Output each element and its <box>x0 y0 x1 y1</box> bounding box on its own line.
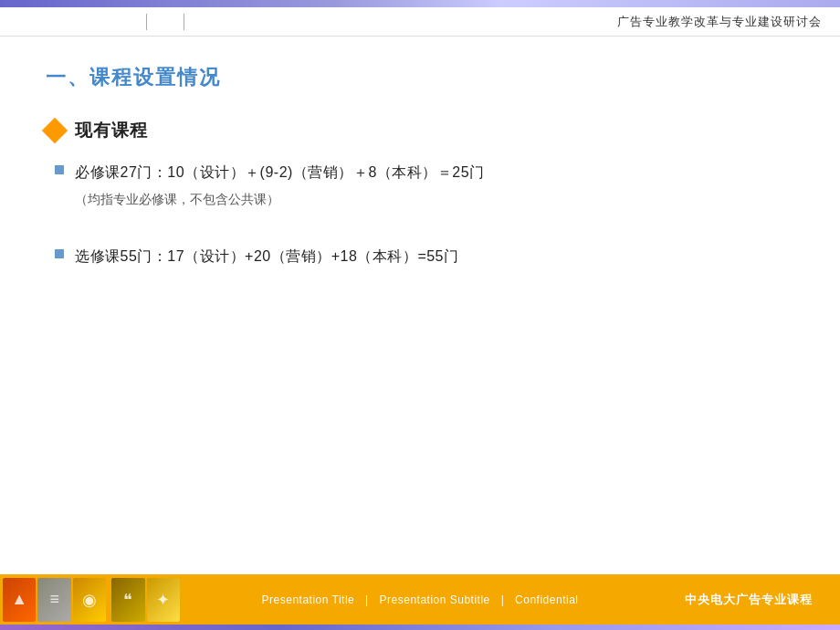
footer-image-3: ◉ <box>73 578 106 622</box>
footer-image-4: ❝ <box>111 578 144 622</box>
header-line-1 <box>146 14 147 30</box>
footer-image-5: ✦ <box>147 578 180 622</box>
list-item-text-1: 必修课27门：10（设计）＋(9-2)（营销）＋8（本科）＝25门 <box>75 161 485 184</box>
footer-img-icon-2: ≡ <box>49 590 59 609</box>
square-bullet-icon <box>55 249 64 258</box>
footer-img-icon-1: ▲ <box>11 590 27 609</box>
list-item-subtext-1: （均指专业必修课，不包含公共课） <box>75 192 794 208</box>
header-title: 广告专业教学改革与专业建设研讨会 <box>617 14 822 30</box>
footer-img-icon-4: ❝ <box>123 590 132 610</box>
footer-right-text: 中央电大广告专业课程 <box>685 592 813 608</box>
list-item: 选修课55门：17（设计）+20（营销）+18（本科）=55门 <box>55 245 794 268</box>
header-decorative-lines <box>0 7 504 37</box>
header: 广告专业教学改革与专业建设研讨会 <box>0 7 840 37</box>
footer-image-1: ▲ <box>3 578 36 622</box>
bullet-header: 现有课程 <box>46 119 794 142</box>
section-title: 一、课程设置情况 <box>46 64 794 91</box>
list-section: 必修课27门：10（设计）＋(9-2)（营销）＋8（本科）＝25门 （均指专业必… <box>55 161 794 268</box>
footer-img-icon-5: ✦ <box>156 590 170 610</box>
footer-image-2: ≡ <box>37 578 70 622</box>
footer-text-area: Presentation Title | Presentation Subtit… <box>183 574 657 625</box>
footer-text: Presentation Title | Presentation Subtit… <box>258 593 583 606</box>
footer-separator-2: | <box>501 593 508 606</box>
square-bullet-icon <box>55 165 64 174</box>
footer-right: 中央电大广告专业课程 <box>657 574 840 625</box>
bottom-decorative-bar <box>0 625 840 630</box>
footer-images: ▲ ≡ ◉ ❝ ✦ <box>0 574 183 625</box>
bullet-header-text: 现有课程 <box>75 119 148 142</box>
confidential-label: Confidential <box>515 593 578 606</box>
list-item: 必修课27门：10（设计）＋(9-2)（营销）＋8（本科）＝25门 <box>55 161 794 184</box>
presentation-subtitle-label: Presentation Subtitle <box>380 593 490 606</box>
footer: ▲ ≡ ◉ ❝ ✦ Presentation Title | Presentat… <box>0 574 840 625</box>
slide-container: 广告专业教学改革与专业建设研讨会 一、课程设置情况 现有课程 必修课27门：10… <box>0 0 840 630</box>
item-gap <box>55 226 794 245</box>
list-item-text-2: 选修课55门：17（设计）+20（营销）+18（本科）=55门 <box>75 245 459 268</box>
diamond-icon <box>42 118 68 143</box>
header-line-2 <box>184 14 184 30</box>
footer-img-icon-3: ◉ <box>82 590 97 610</box>
presentation-title-label: Presentation Title <box>262 593 355 606</box>
main-content: 一、课程设置情况 现有课程 必修课27门：10（设计）＋(9-2)（营销）＋8（… <box>0 37 840 574</box>
top-decorative-bar <box>0 0 840 7</box>
footer-separator-1: | <box>365 593 372 606</box>
